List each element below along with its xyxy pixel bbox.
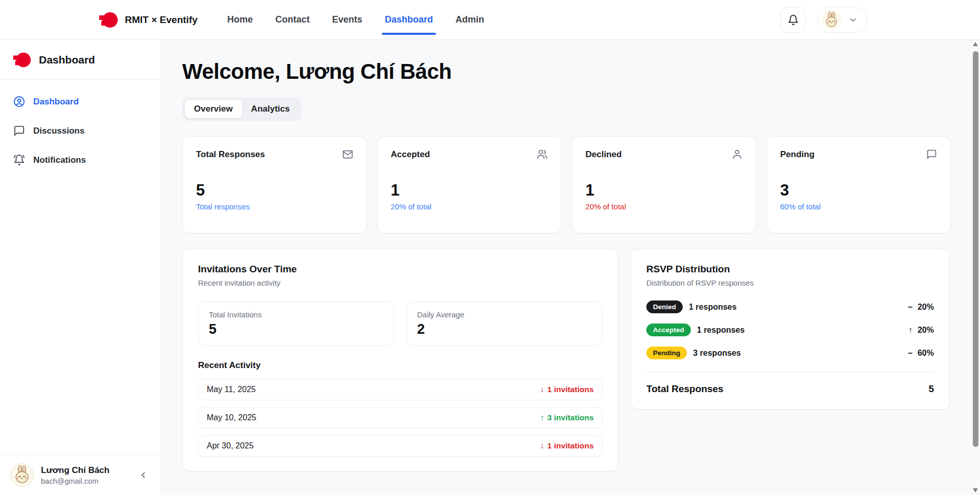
users-icon: [537, 149, 548, 160]
rsvp-title: RSVP Distribution: [646, 264, 934, 275]
nav-link-events[interactable]: Events: [332, 0, 362, 39]
activity-row: May 11, 2025 ↓ 1 invitations: [198, 379, 602, 400]
stat-title: Total Responses: [196, 149, 265, 160]
notifications-button[interactable]: [780, 7, 806, 33]
sidebar-item-label: Discussions: [33, 126, 84, 136]
sidebar-nav: Dashboard Discussions Notifications: [0, 80, 161, 182]
rsvp-count: 1 responses: [689, 303, 736, 312]
main-content: Welcome, Lương Chí Bách Overview Analyti…: [162, 40, 971, 495]
rmit-logo-icon: [12, 50, 32, 70]
stat-value: 3: [780, 181, 938, 200]
user-avatar: [10, 463, 34, 487]
activity-list: May 11, 2025 ↓ 1 invitations May 10, 202…: [198, 379, 602, 457]
sidebar-item-label: Dashboard: [33, 97, 79, 107]
rsvp-total-value: 5: [928, 383, 934, 395]
rsvp-row-pending: Pending 3 responses − 60%: [646, 347, 934, 359]
summary-value: 5: [209, 321, 383, 337]
scrollbar-down-arrow[interactable]: [973, 488, 978, 492]
message-square-icon: [926, 149, 937, 160]
rsvp-rows: Denied 1 responses − 20% Accepted 1 resp…: [646, 300, 934, 359]
arrow-down-icon: ↓: [540, 385, 545, 394]
rsvp-count: 1 responses: [697, 326, 745, 335]
navbar-actions: [780, 7, 980, 33]
chevron-down-icon: [848, 15, 858, 25]
activity-date: May 11, 2025: [207, 385, 256, 394]
arrow-down-icon: ↓: [540, 441, 545, 450]
trend-up-icon: ↑: [908, 326, 912, 335]
brand-name: RMIT × Eventify: [125, 14, 198, 26]
rmit-logo-icon: [98, 10, 119, 30]
tab-overview[interactable]: Overview: [185, 100, 242, 118]
sidebar-collapse-button[interactable]: [136, 467, 151, 483]
stat-title: Declined: [585, 149, 622, 160]
nav-link-home[interactable]: Home: [227, 0, 253, 39]
rsvp-panel: RSVP Distribution Distribution of RSVP r…: [630, 249, 950, 410]
activity-row: Apr 30, 2025 ↓ 1 invitations: [198, 435, 602, 457]
summary-total-invitations: Total Invitations 5: [198, 302, 394, 346]
sidebar-user-section: Lương Chí Bách bach@gmail.com: [0, 455, 161, 495]
invitations-subtitle: Recent invitation activity: [198, 278, 602, 287]
stat-card-accepted: Accepted 1 20% of total: [377, 136, 562, 233]
sidebar-item-discussions[interactable]: Discussions: [7, 118, 154, 143]
arrow-up-icon: ↑: [540, 413, 545, 422]
status-badge: Denied: [646, 300, 683, 313]
mail-icon: [342, 149, 353, 160]
summary-value: 2: [417, 321, 592, 337]
chevron-left-icon: [139, 470, 148, 480]
activity-date: Apr 30, 2025: [207, 441, 254, 450]
top-navbar: RMIT × Eventify Home Contact Events Dash…: [0, 0, 980, 40]
trend-flat-icon: −: [908, 349, 912, 358]
chat-bubble-icon: [13, 125, 25, 137]
rsvp-percent: − 60%: [908, 349, 934, 358]
stat-card-pending: Pending 3 60% of total: [767, 136, 951, 233]
stat-subtitle: 20% of total: [391, 202, 548, 211]
user-meta: Lương Chí Bách bach@gmail.com: [41, 465, 110, 485]
activity-change: ↓ 1 invitations: [540, 385, 594, 394]
rsvp-percent: − 20%: [908, 303, 934, 312]
user-circle-icon: [13, 96, 25, 107]
rsvp-row-denied: Denied 1 responses − 20%: [646, 300, 934, 313]
stat-value: 5: [196, 181, 353, 200]
activity-change: ↓ 1 invitations: [540, 441, 594, 450]
nav-link-contact[interactable]: Contact: [275, 0, 310, 39]
nav-link-dashboard[interactable]: Dashboard: [385, 0, 433, 39]
main-nav: Home Contact Events Dashboard Admin: [227, 0, 484, 39]
summary-daily-average: Daily Average 2: [406, 302, 602, 346]
rsvp-count: 3 responses: [693, 349, 741, 358]
nav-link-admin[interactable]: Admin: [455, 0, 484, 39]
brand[interactable]: RMIT × Eventify: [98, 10, 198, 30]
user-menu-button[interactable]: [817, 7, 867, 33]
sidebar-item-dashboard[interactable]: Dashboard: [7, 89, 154, 114]
recent-activity-title: Recent Activity: [198, 360, 602, 371]
stat-subtitle: 60% of total: [780, 202, 938, 211]
stats-row: Total Responses 5 Total responses Accept…: [182, 136, 951, 233]
status-badge: Accepted: [646, 324, 691, 336]
invitations-title: Invitations Over Time: [198, 264, 602, 275]
sidebar-header: Dashboard: [0, 40, 161, 80]
invitations-panel: Invitations Over Time Recent invitation …: [182, 249, 618, 471]
activity-row: May 10, 2025 ↑ 3 invitations: [198, 407, 602, 428]
rsvp-percent: ↑ 20%: [908, 326, 934, 335]
stat-title: Pending: [780, 149, 815, 160]
bell-icon: [788, 14, 799, 26]
sidebar-item-label: Notifications: [33, 155, 86, 165]
vertical-scrollbar[interactable]: [971, 40, 980, 495]
stat-card-declined: Declined 1 20% of total: [572, 136, 756, 233]
summary-label: Total Invitations: [209, 310, 383, 319]
bell-ring-icon: [13, 154, 25, 166]
scrollbar-up-arrow[interactable]: [973, 42, 978, 46]
user-icon: [732, 149, 743, 160]
trend-flat-icon: −: [908, 303, 912, 312]
rsvp-subtitle: Distribution of RSVP responses: [646, 278, 934, 287]
sidebar-item-notifications[interactable]: Notifications: [7, 147, 154, 173]
tab-analytics[interactable]: Analytics: [242, 100, 299, 118]
activity-date: May 10, 2025: [207, 413, 256, 422]
summary-label: Daily Average: [417, 310, 592, 319]
user-email: bach@gmail.com: [41, 477, 110, 485]
scrollbar-thumb[interactable]: [973, 51, 978, 447]
stat-subtitle: 20% of total: [585, 202, 743, 211]
activity-change: ↑ 3 invitations: [540, 413, 594, 422]
stat-subtitle: Total responses: [196, 202, 353, 211]
stat-card-total-responses: Total Responses 5 Total responses: [182, 136, 367, 233]
status-badge: Pending: [646, 347, 687, 359]
